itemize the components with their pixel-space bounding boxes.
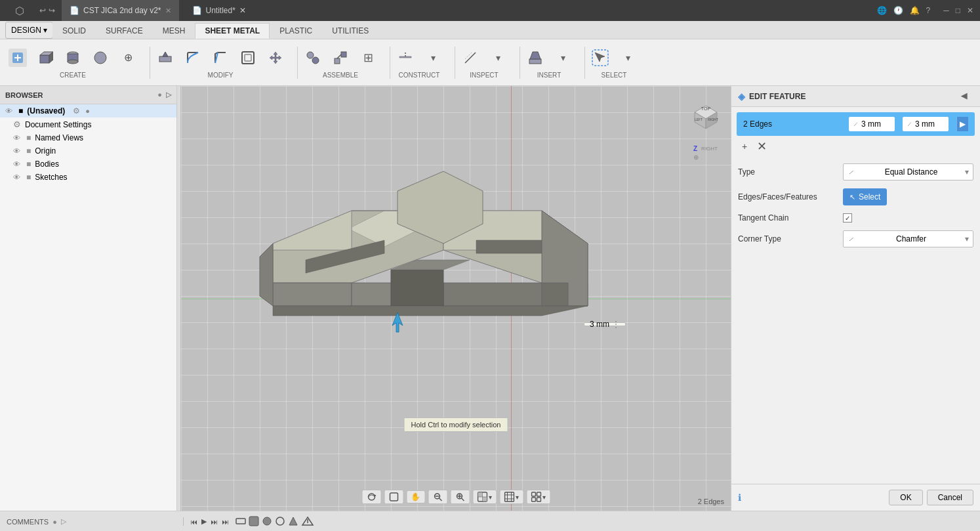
chamfer-btn[interactable] [208,47,233,69]
timeline-icon4[interactable] [275,516,285,528]
timeline-icon3[interactable] [262,516,272,528]
sidebar-item-bodies[interactable]: 👁 ■ Bodies [0,158,176,171]
inspect-group: ▾ INSPECT [458,47,520,79]
construct-btn[interactable] [393,47,418,69]
tab-mesh[interactable]: MESH [153,23,195,39]
distance2-input[interactable]: ⟋ 3 mm [903,117,949,131]
ok-button[interactable]: OK [889,490,922,505]
play-back-btn[interactable]: ⏮ [190,518,197,526]
assemble-btn1[interactable] [300,47,325,69]
cancel-button[interactable]: Cancel [927,490,973,505]
svg-point-76 [276,517,284,525]
help-icon[interactable]: ? [926,6,931,15]
vp-zoom-btn[interactable] [450,490,470,504]
tab-sheet-metal[interactable]: SHEET METAL [195,23,270,39]
play-pause-btn[interactable]: ▶ [201,517,207,526]
eye-icon: 👁 [5,107,14,115]
vp-look-btn[interactable] [384,490,403,504]
timeline-icon2[interactable] [249,516,259,528]
corner-select[interactable]: ⟋ Chamfer ▾ [843,230,973,247]
origin-label: Origin [35,146,56,156]
vp-orbit-btn[interactable] [361,490,381,504]
globe-icon[interactable]: 🌐 [877,6,887,15]
maximize-btn[interactable]: □ [956,6,960,15]
svg-rect-18 [341,52,346,57]
assemble-btn3[interactable]: ⊞ [356,47,380,69]
fillet-btn[interactable] [180,47,205,69]
sidebar-item-origin[interactable]: 👁 ■ Origin [0,144,176,158]
inspect-more-btn[interactable]: ▾ [485,47,510,69]
svg-rect-74 [249,517,258,526]
vp-grid-btn[interactable]: ▾ [499,490,523,504]
folder-icon2: ■ [26,133,31,142]
browser-pin[interactable]: ● [157,91,162,99]
window-close-btn[interactable]: ✕ [967,6,973,15]
assemble-btn2[interactable] [328,47,353,69]
timeline-icon1[interactable] [235,516,246,528]
browser-sidebar: BROWSER ● ▷ 👁 ■ (Unsaved) ⚙ ● ⚙ Document… [0,86,177,511]
panel-collapse-btn[interactable]: ◀ [954,86,973,107]
corner-dropdown[interactable]: ⟋ Chamfer ▾ [843,230,973,247]
bell-icon[interactable]: 🔔 [910,6,920,15]
titlebar-icons: 🌐 🕐 🔔 ? ─ □ ✕ [870,6,980,15]
sidebar-item-doc-settings[interactable]: ⚙ Document Settings [0,117,176,131]
tab-plastic[interactable]: PLASTIC [270,23,322,39]
play-forward-btn[interactable]: ⏭ [211,518,218,526]
remove-selection-btn[interactable]: ✕ [755,140,768,153]
minimize-btn[interactable]: ─ [943,6,949,15]
undo-btn[interactable]: ↩ [39,6,46,15]
svg-marker-49 [273,306,588,316]
browser-collapse[interactable]: ▷ [166,91,171,99]
sidebar-item-unsaved[interactable]: 👁 ■ (Unsaved) ⚙ ● [0,104,176,117]
tab-cst[interactable]: 📄 CST JICa 2nd day v2* ✕ [62,0,179,21]
svg-rect-70 [537,492,541,496]
tab-solid[interactable]: SOLID [52,23,96,39]
distance1-input[interactable]: ⟋ 3 mm [849,117,895,131]
info-icon[interactable]: ℹ [738,492,741,503]
vp-view-btn[interactable]: ▾ [526,490,550,504]
box-btn[interactable] [33,47,58,69]
design-dropdown[interactable]: DESIGN ▾ [5,22,53,39]
cylinder-btn[interactable] [60,47,85,69]
new-component-btn[interactable] [5,47,30,69]
clock-icon[interactable]: 🕐 [893,6,903,15]
tab2-close[interactable]: ✕ [239,6,246,15]
toolbar-tabs: SOLID SURFACE MESH SHEET METAL PLASTIC U… [52,21,980,39]
add-selection-btn[interactable]: + [738,140,751,153]
tab1-close[interactable]: ✕ [165,7,171,15]
inspect-btn[interactable] [458,47,483,69]
comments-add-btn[interactable]: ● [52,518,57,526]
tab-utilities[interactable]: UTILITIES [322,23,378,39]
create-more-btn[interactable]: ⊕ [115,47,140,69]
insert-more-btn[interactable]: ▾ [550,47,575,69]
sidebar-item-sketches[interactable]: 👁 ■ Sketches [0,171,176,184]
redo-btn[interactable]: ↪ [49,6,55,15]
tab-untitled[interactable]: 📄 Untitled* ✕ [182,0,256,21]
construct-more-btn[interactable]: ▾ [420,47,445,69]
insert-btn[interactable] [523,47,548,69]
vp-display-btn[interactable]: ▾ [472,490,497,504]
play-end-btn[interactable]: ⏭ [222,518,229,526]
tangent-checkbox[interactable] [843,213,852,223]
select-more-btn[interactable]: ▾ [615,47,640,69]
type-dropdown[interactable]: ⟋ Equal Distance ▾ [843,163,973,181]
comments-collapse[interactable]: ▷ [61,517,66,526]
press-pull-btn[interactable] [153,47,178,69]
type-select[interactable]: ⟋ Equal Distance ▾ [843,163,973,181]
dim-options-btn[interactable]: ⋮ [612,320,620,329]
timeline-icon6[interactable] [301,516,314,528]
vp-pan-btn[interactable]: ✋ [406,490,425,503]
shell-btn[interactable] [235,47,260,69]
selection-expand-btn[interactable]: ▶ [956,117,968,131]
timeline-icon5[interactable] [288,516,298,528]
select-button[interactable]: ↖ Select [843,188,887,205]
select-label: SELECT [602,72,627,79]
sphere-btn[interactable] [88,47,113,69]
nav-cube[interactable]: TOP LEFT RIGHT [688,93,724,138]
sidebar-item-named-views[interactable]: 👁 ■ Named Views [0,131,176,144]
vp-zoom-extent-btn[interactable] [428,490,447,504]
viewport[interactable]: TOP LEFT RIGHT Z RIGHT ⊕ [181,86,731,511]
tab-surface[interactable]: SURFACE [96,23,153,39]
select-btn[interactable] [588,47,613,69]
move-btn[interactable] [263,47,288,69]
